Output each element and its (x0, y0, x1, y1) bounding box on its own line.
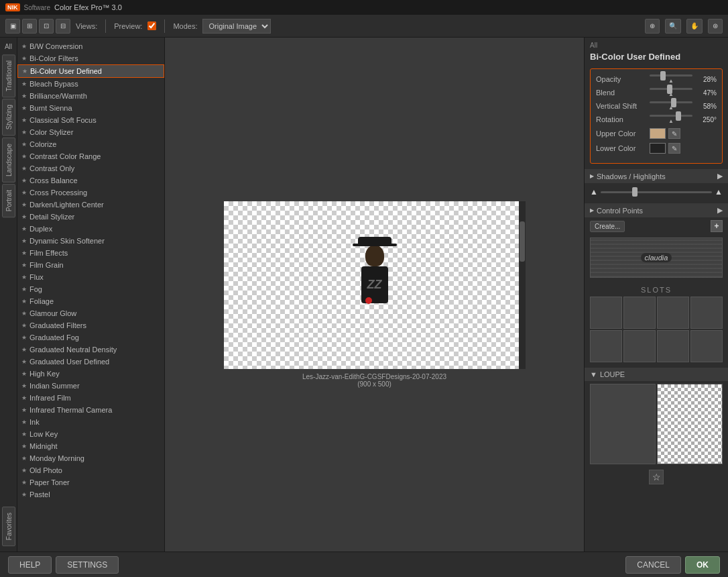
filter-star-23[interactable]: ★ (21, 322, 27, 329)
filter-star-31[interactable]: ★ (21, 419, 27, 425)
filter-item-24[interactable]: ★ Graduated Fog (17, 331, 164, 344)
filter-item-9[interactable]: ★ Contrast Color Range (17, 150, 164, 162)
info-btn[interactable]: ⊛ (708, 19, 723, 34)
filter-star-36[interactable]: ★ (21, 479, 27, 486)
tab-traditional[interactable]: Traditional (2, 54, 15, 97)
filter-star-34[interactable]: ★ (21, 455, 27, 462)
filter-star-27[interactable]: ★ (21, 370, 27, 377)
filter-item-7[interactable]: ★ Color Stylizer (17, 126, 164, 138)
filter-star-1[interactable]: ★ (21, 55, 27, 62)
filter-item-14[interactable]: ★ Detail Stylizer (17, 211, 164, 223)
filter-item-33[interactable]: ★ Midnight (17, 440, 164, 452)
filter-item-13[interactable]: ★ Darken/Lighten Center (17, 199, 164, 211)
filter-star-19[interactable]: ★ (21, 274, 27, 280)
filter-item-23[interactable]: ★ Graduated Filters (17, 319, 164, 331)
lower-color-swatch[interactable] (650, 143, 666, 154)
filter-item-8[interactable]: ★ Colorize (17, 138, 164, 150)
opacity-slider[interactable] (650, 74, 692, 76)
filter-star-30[interactable]: ★ (21, 407, 27, 413)
filter-star-35[interactable]: ★ (21, 467, 27, 474)
single-view-btn[interactable]: ▣ (5, 19, 20, 34)
slot-5[interactable] (590, 330, 622, 362)
filter-star-20[interactable]: ★ (21, 286, 27, 293)
filter-star-21[interactable]: ★ (21, 298, 27, 305)
filter-item-17[interactable]: ★ Film Effects (17, 247, 164, 259)
filter-star-24[interactable]: ★ (21, 334, 27, 341)
filter-star-18[interactable]: ★ (21, 262, 27, 268)
upper-color-edit-btn[interactable]: ✎ (668, 128, 680, 139)
tab-stylizing[interactable]: Stylizing (2, 99, 15, 136)
filter-item-0[interactable]: ★ B/W Conversion (17, 40, 164, 52)
filter-item-2[interactable]: ★ Bi-Color User Defined (17, 64, 164, 78)
slot-6[interactable] (623, 330, 656, 362)
filter-item-11[interactable]: ★ Cross Balance (17, 174, 164, 187)
filter-star-11[interactable]: ★ (21, 177, 27, 184)
filter-star-37[interactable]: ★ (21, 491, 27, 498)
settings-button[interactable]: SETTINGS (56, 556, 119, 574)
navigate-btn[interactable]: ⊕ (645, 19, 660, 34)
filter-item-12[interactable]: ★ Cross Processing (17, 187, 164, 199)
filter-star-6[interactable]: ★ (21, 117, 27, 123)
filter-item-28[interactable]: ★ Indian Summer (17, 380, 164, 392)
filter-item-21[interactable]: ★ Foliage (17, 295, 164, 307)
filter-star-10[interactable]: ★ (21, 165, 27, 172)
cp-plus-btn[interactable]: + (711, 220, 723, 232)
slot-3[interactable] (657, 297, 689, 329)
filter-item-27[interactable]: ★ High Key (17, 368, 164, 380)
preview-checkbox[interactable] (147, 21, 156, 30)
filter-star-7[interactable]: ★ (21, 129, 27, 136)
vshift-slider[interactable] (650, 101, 692, 103)
shadows-highlights-header[interactable]: ▶ Shadows / Highlights ▶ (585, 169, 728, 183)
filter-item-35[interactable]: ★ Old Photo (17, 464, 164, 476)
filter-item-29[interactable]: ★ Infrared Film (17, 392, 164, 404)
preview-scrollbar[interactable] (519, 201, 526, 369)
filter-star-25[interactable]: ★ (21, 346, 27, 353)
shadows-slider[interactable] (601, 191, 712, 193)
ok-button[interactable]: OK (685, 556, 720, 574)
filter-item-10[interactable]: ★ Contrast Only (17, 162, 164, 174)
filter-item-5[interactable]: ★ Burnt Sienna (17, 102, 164, 114)
filter-item-1[interactable]: ★ Bi-Color Filters (17, 52, 164, 64)
filter-star-32[interactable]: ★ (21, 431, 27, 437)
tab-portrait[interactable]: Portrait (2, 184, 15, 217)
slot-2[interactable] (623, 297, 656, 329)
tab-favorites[interactable]: Favorites (2, 507, 15, 546)
filter-star-33[interactable]: ★ (21, 443, 27, 450)
filter-star-15[interactable]: ★ (21, 225, 27, 232)
cancel-button[interactable]: CANCEL (625, 556, 681, 574)
lower-color-edit-btn[interactable]: ✎ (668, 143, 680, 154)
multi-view-btn[interactable]: ⊟ (56, 19, 70, 34)
filter-star-13[interactable]: ★ (21, 201, 27, 208)
help-button[interactable]: HELP (8, 556, 52, 574)
filter-item-26[interactable]: ★ Graduated User Defined (17, 356, 164, 368)
split-view-btn[interactable]: ⊞ (22, 19, 37, 34)
compare-view-btn[interactable]: ⊡ (39, 19, 54, 34)
hand-btn[interactable]: ✋ (686, 19, 703, 34)
filter-star-2[interactable]: ★ (22, 68, 27, 74)
filter-star-16[interactable]: ★ (21, 238, 27, 244)
blend-slider[interactable] (650, 88, 692, 90)
upper-color-swatch[interactable] (650, 128, 666, 139)
filter-star-29[interactable]: ★ (21, 395, 27, 401)
filter-item-25[interactable]: ★ Graduated Neutral Density (17, 344, 164, 356)
filter-star-0[interactable]: ★ (21, 43, 27, 50)
filter-item-6[interactable]: ★ Classical Soft Focus (17, 114, 164, 126)
filter-item-19[interactable]: ★ Flux (17, 271, 164, 283)
filter-star-12[interactable]: ★ (21, 189, 27, 196)
filter-item-20[interactable]: ★ Fog (17, 283, 164, 295)
filter-star-22[interactable]: ★ (21, 310, 27, 317)
filter-star-3[interactable]: ★ (21, 81, 27, 87)
filter-star-5[interactable]: ★ (21, 105, 27, 111)
loupe-header[interactable]: ▼ LOUPE (585, 368, 728, 381)
filter-item-16[interactable]: ★ Dynamic Skin Softener (17, 235, 164, 247)
filter-item-34[interactable]: ★ Monday Morning (17, 452, 164, 464)
filter-item-15[interactable]: ★ Duplex (17, 223, 164, 235)
slot-7[interactable] (657, 330, 689, 362)
zoom-btn[interactable]: 🔍 (665, 19, 681, 34)
tab-all[interactable]: All (2, 40, 15, 53)
loupe-star-btn[interactable]: ☆ (649, 470, 664, 484)
tab-landscape[interactable]: Landscape (2, 138, 15, 182)
rotation-slider[interactable] (650, 115, 692, 117)
filter-star-9[interactable]: ★ (21, 153, 27, 160)
filter-star-17[interactable]: ★ (21, 250, 27, 256)
